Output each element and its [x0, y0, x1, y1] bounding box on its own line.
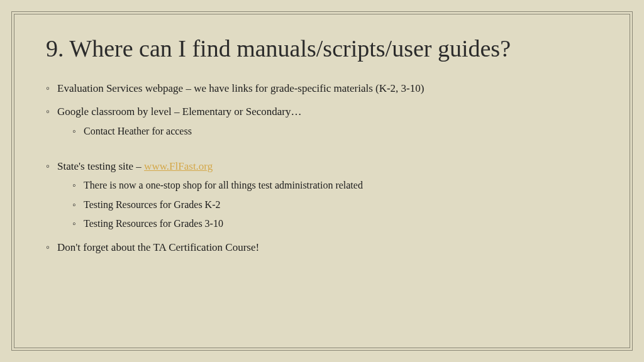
list-item: Evaluation Services webpage – we have li…	[46, 81, 598, 96]
flfast-link[interactable]: www.FlFast.org	[144, 160, 213, 172]
list-item: Contact Heather for access	[72, 124, 598, 138]
bullet-text: Don't forget about the TA Certification …	[57, 241, 259, 253]
bullet-text: State's testing site –	[57, 160, 144, 172]
list-item: There is now a one-stop shop for all thi…	[72, 178, 598, 192]
slide-title: 9. Where can I find manuals/scripts/user…	[46, 35, 598, 63]
bullet-text: Evaluation Services webpage – we have li…	[57, 82, 424, 94]
bullet-text: There is now a one-stop shop for all thi…	[84, 180, 363, 190]
bullet-text: Google classroom by level – Elementary o…	[57, 106, 302, 118]
bullet-list: Evaluation Services webpage – we have li…	[46, 81, 598, 255]
slide-content: 9. Where can I find manuals/scripts/user…	[14, 14, 630, 348]
sub-bullet-list: There is now a one-stop shop for all thi…	[72, 178, 598, 231]
bullet-text: Testing Resources for Grades K-2	[84, 199, 220, 210]
list-item: Testing Resources for Grades 3-10	[72, 217, 598, 231]
sub-bullet-list: Contact Heather for access	[72, 124, 598, 138]
list-item: State's testing site – www.FlFast.org Th…	[46, 159, 598, 231]
bullet-text: Testing Resources for Grades 3-10	[84, 218, 223, 229]
list-item: Testing Resources for Grades K-2	[72, 198, 598, 212]
list-item: Don't forget about the TA Certification …	[46, 240, 598, 255]
bullet-text: Contact Heather for access	[84, 126, 192, 136]
list-item: Google classroom by level – Elementary o…	[46, 104, 598, 150]
